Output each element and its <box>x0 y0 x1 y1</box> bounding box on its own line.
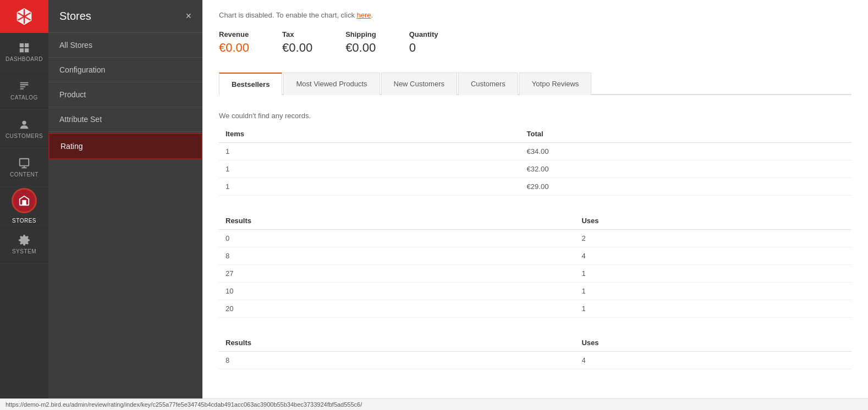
nav-item-stores[interactable]: STORES <box>0 187 48 225</box>
table-row: 8 4 <box>219 352 851 369</box>
table-row: 1 €34.00 <box>219 143 851 160</box>
submenu-panel: Stores × All Stores Configuration Produc… <box>48 0 202 410</box>
nav-item-content[interactable]: CONTENT <box>0 148 48 187</box>
submenu-title: Stores <box>59 10 91 23</box>
content-icon <box>18 157 30 169</box>
status-bar: https://demo-m2.bird.eu/admin/review/rat… <box>0 398 868 410</box>
nav-label-system: SYSTEM <box>12 248 36 254</box>
tab-customers[interactable]: Customers <box>458 73 518 95</box>
stats-row: Revenue €0.00 Tax €0.00 Shipping €0.00 Q… <box>219 30 851 55</box>
col-uses-1: Uses <box>575 212 851 230</box>
quantity-value: 0 <box>409 41 438 55</box>
nav-item-customers[interactable]: CUSTOMERS <box>0 110 48 148</box>
magento-logo-icon <box>14 7 34 26</box>
table-row: 10 1 <box>219 282 851 300</box>
submenu-close-button[interactable]: × <box>185 10 191 22</box>
icon-nav: DASHBOARD CATALOG CUSTOMERS CONTENT STOR… <box>0 0 48 410</box>
col-items: Items <box>219 125 520 143</box>
stat-revenue: Revenue €0.00 <box>219 30 249 55</box>
col-uses-2: Uses <box>575 334 851 352</box>
cell-total-1: €34.00 <box>520 143 851 160</box>
svg-point-0 <box>22 121 26 125</box>
tax-value: €0.00 <box>282 41 312 55</box>
tab-bestsellers[interactable]: Bestsellers <box>219 73 282 95</box>
search-table-1-section: Results Uses 0 2 8 4 27 1 <box>219 212 851 318</box>
submenu-item-all-stores[interactable]: All Stores <box>48 33 202 58</box>
nav-label-dashboard: DASHBOARD <box>6 56 43 62</box>
search-table-2: Results Uses 8 4 <box>219 334 851 369</box>
catalog-icon <box>18 80 30 92</box>
status-url: https://demo-m2.bird.eu/admin/review/rat… <box>6 401 362 408</box>
nav-item-dashboard[interactable]: DASHBOARD <box>0 33 48 71</box>
system-icon <box>18 234 30 246</box>
stat-tax: Tax €0.00 <box>282 30 312 55</box>
cell-items-1: 1 <box>219 143 520 160</box>
table-row: 20 1 <box>219 300 851 318</box>
submenu-item-attribute-set[interactable]: Attribute Set <box>48 107 202 132</box>
tax-label: Tax <box>282 30 312 38</box>
col-total: Total <box>520 125 851 143</box>
revenue-value: €0.00 <box>219 41 249 55</box>
nav-label-stores: STORES <box>12 218 36 224</box>
no-records-message: We couldn't find any records. <box>219 106 851 125</box>
tab-yotpo-reviews[interactable]: Yotpo Reviews <box>519 73 592 95</box>
revenue-label: Revenue <box>219 30 249 38</box>
nav-item-catalog[interactable]: CATALOG <box>0 71 48 110</box>
svg-rect-1 <box>20 159 29 166</box>
bestsellers-table: Items Total 1 €34.00 1 €32.00 1 <box>219 125 851 196</box>
submenu-header: Stores × <box>48 0 202 33</box>
shipping-label: Shipping <box>345 30 376 38</box>
chart-notice: Chart is disabled. To enable the chart, … <box>219 11 851 19</box>
bestsellers-section: Items Total 1 €34.00 1 €32.00 1 <box>219 125 851 196</box>
shipping-value: €0.00 <box>345 41 376 55</box>
submenu-item-rating[interactable]: Rating <box>48 133 202 159</box>
logo[interactable] <box>0 0 48 33</box>
table-row: 0 2 <box>219 230 851 247</box>
search-table-2-section: Results Uses 8 4 <box>219 334 851 369</box>
col-results-2: Results <box>219 334 575 352</box>
cell-total-2: €32.00 <box>520 160 851 178</box>
table-row: 1 €29.00 <box>219 178 851 196</box>
tab-most-viewed[interactable]: Most Viewed Products <box>283 73 380 95</box>
tab-new-customers[interactable]: New Customers <box>381 73 457 95</box>
submenu-item-configuration[interactable]: Configuration <box>48 58 202 82</box>
table-row: 27 1 <box>219 265 851 282</box>
cell-total-3: €29.00 <box>520 178 851 196</box>
nav-label-catalog: CATALOG <box>10 95 38 101</box>
table-row: 8 4 <box>219 247 851 265</box>
quantity-label: Quantity <box>409 30 438 38</box>
col-results-1: Results <box>219 212 575 230</box>
table-row: 1 €32.00 <box>219 160 851 178</box>
stores-icon <box>12 188 37 213</box>
main-content: Chart is disabled. To enable the chart, … <box>202 0 868 410</box>
nav-item-system[interactable]: SYSTEM <box>0 225 48 264</box>
stat-quantity: Quantity 0 <box>409 30 438 55</box>
cell-items-3: 1 <box>219 178 520 196</box>
search-table-1: Results Uses 0 2 8 4 27 1 <box>219 212 851 318</box>
stat-shipping: Shipping €0.00 <box>345 30 376 55</box>
customers-icon <box>18 119 30 131</box>
cell-items-2: 1 <box>219 160 520 178</box>
chart-enable-link[interactable]: here <box>357 11 371 19</box>
dashboard-icon <box>18 42 30 54</box>
nav-label-customers: CUSTOMERS <box>6 133 43 139</box>
submenu-item-product[interactable]: Product <box>48 82 202 107</box>
tabs-bar: Bestsellers Most Viewed Products New Cus… <box>219 71 851 95</box>
nav-label-content: CONTENT <box>10 171 39 178</box>
